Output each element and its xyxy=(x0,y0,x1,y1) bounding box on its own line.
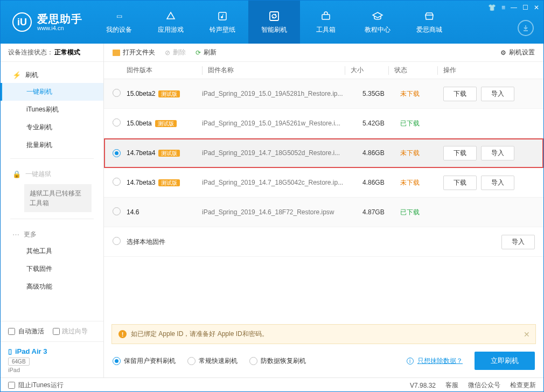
open-folder-label: 打开文件夹 xyxy=(123,48,155,57)
sidebar-item-download-firmware[interactable]: 下载固件 xyxy=(1,260,103,278)
content-area: 打开文件夹 ⊘ 删除 ⟳ 刷新 ⚙ 刷机设置 固件版本 固件名称 大小 xyxy=(104,44,543,377)
firmware-version: 15.0beta xyxy=(127,120,152,127)
row-radio[interactable] xyxy=(113,207,121,215)
block-itunes-checkbox[interactable]: 阻止iTunes运行 xyxy=(8,381,64,390)
nav-my-device[interactable]: ▭ 我的设备 xyxy=(93,1,145,44)
option-anti-recovery[interactable]: 防数据恢复刷机 xyxy=(249,356,306,366)
local-firmware-row: 选择本地固件 导入 xyxy=(104,227,543,257)
sidebar-item-other-tools[interactable]: 其他工具 xyxy=(1,242,103,260)
nav-toolbox[interactable]: 工具箱 xyxy=(300,1,352,44)
firmware-row[interactable]: 14.7beta3测试版iPad_Spring_2019_14.7_18G504… xyxy=(104,168,543,198)
open-folder-button[interactable]: 打开文件夹 xyxy=(113,48,155,57)
firmware-status: 未下载 xyxy=(400,149,443,158)
shirt-icon[interactable]: 👕 xyxy=(488,4,496,11)
nav-label: 工具箱 xyxy=(316,25,336,34)
logo-icon: iU xyxy=(12,12,32,32)
row-radio[interactable] xyxy=(113,178,121,186)
download-button[interactable]: 下载 xyxy=(443,176,477,190)
wechat-link[interactable]: 微信公众号 xyxy=(468,381,500,390)
customer-service-link[interactable]: 客服 xyxy=(445,381,458,390)
row-radio[interactable] xyxy=(113,118,121,127)
skip-guide-checkbox[interactable] xyxy=(53,328,60,335)
option-label: 常规快速刷机 xyxy=(199,356,238,366)
import-button[interactable]: 导入 xyxy=(501,235,535,249)
flash-now-button[interactable]: 立即刷机 xyxy=(475,352,535,370)
auto-activate-checkbox[interactable] xyxy=(8,328,15,335)
check-update-link[interactable]: 检查更新 xyxy=(510,381,536,390)
firmware-filename: iPad_Spring_2019_14.6_18F72_Restore.ipsw xyxy=(202,208,362,216)
refresh-button[interactable]: ⟳ 刷新 xyxy=(196,48,217,57)
beta-badge: 测试版 xyxy=(158,179,180,186)
nav-tutorials[interactable]: 教程中心 xyxy=(352,1,403,44)
refresh-label: 刷新 xyxy=(204,48,217,57)
firmware-filename: iPad_Spring_2019_14.7_18G5042c_Restore.i… xyxy=(202,179,362,186)
option-label: 防数据恢复刷机 xyxy=(261,356,306,366)
info-icon: i xyxy=(407,358,414,365)
apple-id-notice: ! 如已绑定 Apple ID，请准备好 Apple ID和密码。 ✕ xyxy=(111,324,536,344)
flash-settings-button[interactable]: ⚙ 刷机设置 xyxy=(500,48,535,57)
nav-apps[interactable]: 应用游戏 xyxy=(145,1,197,44)
gear-icon: ⚙ xyxy=(500,49,506,57)
link-label: 只想抹除数据？ xyxy=(417,357,463,365)
device-name: iPad Air 3 xyxy=(15,347,47,355)
music-icon xyxy=(217,10,228,22)
nav-label: 应用游戏 xyxy=(158,25,184,34)
option-keep-data[interactable]: 保留用户资料刷机 xyxy=(113,356,176,366)
download-button[interactable]: 下载 xyxy=(443,87,477,101)
firmware-version: 14.7beta4 xyxy=(127,149,155,157)
nav-store[interactable]: 爱思商城 xyxy=(403,1,455,44)
more-icon: ⋯ xyxy=(12,230,19,239)
row-radio[interactable] xyxy=(113,237,121,245)
download-button[interactable]: 下载 xyxy=(443,146,477,160)
sidebar-section-flash[interactable]: ⚡ 刷机 xyxy=(1,67,103,83)
sidebar-item-itunes-flash[interactable]: iTunes刷机 xyxy=(1,101,103,118)
import-button[interactable]: 导入 xyxy=(481,87,514,101)
firmware-version: 14.6 xyxy=(127,208,139,216)
firmware-row[interactable]: 14.7beta4测试版iPad_Spring_2019_14.7_18G505… xyxy=(104,138,543,168)
firmware-row[interactable]: 15.0beta2测试版iPad_Spring_2019_15.0_19A528… xyxy=(104,79,543,109)
beta-badge: 测试版 xyxy=(158,150,180,157)
section-label: 一键越狱 xyxy=(25,170,51,179)
svg-rect-2 xyxy=(322,15,330,19)
delete-button[interactable]: ⊘ 删除 xyxy=(165,48,186,57)
firmware-row[interactable]: 15.0beta测试版iPad_Spring_2019_15.0_19A5261… xyxy=(104,109,543,138)
apps-icon xyxy=(165,10,177,22)
connected-device[interactable]: ▯ iPad Air 3 64GB iPad xyxy=(1,341,103,377)
row-radio[interactable] xyxy=(113,89,121,97)
settings-label: 刷机设置 xyxy=(509,48,535,57)
sidebar-item-pro-flash[interactable]: 专业刷机 xyxy=(1,118,103,136)
content-toolbar: 打开文件夹 ⊘ 删除 ⟳ 刷新 ⚙ 刷机设置 xyxy=(104,44,543,62)
flash-icon: ⚡ xyxy=(12,71,21,79)
notice-close-icon[interactable]: ✕ xyxy=(524,330,530,339)
brand-title: 爱思助手 xyxy=(37,13,82,25)
window-controls: 👕 ≡ — ☐ ✕ xyxy=(488,4,539,11)
sidebar-section-more[interactable]: ⋯ 更多 xyxy=(1,227,103,242)
sidebar-item-one-click-flash[interactable]: 一键刷机 xyxy=(1,83,103,101)
erase-data-link[interactable]: i 只想抹除数据？ xyxy=(407,356,463,366)
sidebar-item-advanced[interactable]: 高级功能 xyxy=(1,278,103,296)
option-label: 保留用户资料刷机 xyxy=(124,356,176,366)
sidebar-item-batch-flash[interactable]: 批量刷机 xyxy=(1,136,103,154)
download-indicator-icon[interactable] xyxy=(518,20,534,36)
import-button[interactable]: 导入 xyxy=(481,146,514,160)
row-radio[interactable] xyxy=(113,149,121,157)
beta-badge: 测试版 xyxy=(158,90,180,97)
close-icon[interactable]: ✕ xyxy=(534,4,539,11)
minimize-icon[interactable]: — xyxy=(511,4,517,11)
section-label: 更多 xyxy=(24,230,37,239)
store-icon xyxy=(423,10,435,22)
firmware-filename: iPad_Spring_2019_15.0_19A5261w_Restore.i… xyxy=(202,120,362,127)
maximize-icon[interactable]: ☐ xyxy=(522,4,528,11)
nav-flash[interactable]: 智能刷机 xyxy=(248,1,300,44)
radio-icon xyxy=(113,357,121,365)
notice-text: 如已绑定 Apple ID，请准备好 Apple ID和密码。 xyxy=(131,330,268,339)
nav-ringtones[interactable]: 铃声壁纸 xyxy=(197,1,248,44)
graduation-icon xyxy=(372,10,383,22)
col-name: 固件名称 xyxy=(208,66,345,75)
top-nav: ▭ 我的设备 应用游戏 铃声壁纸 智能刷机 工具箱 教程中心 爱思商城 xyxy=(93,1,455,44)
firmware-status: 已下载 xyxy=(400,119,443,128)
firmware-row[interactable]: 14.6iPad_Spring_2019_14.6_18F72_Restore.… xyxy=(104,198,543,227)
import-button[interactable]: 导入 xyxy=(481,176,514,190)
option-normal-flash[interactable]: 常规快速刷机 xyxy=(187,356,238,366)
menu-icon[interactable]: ≡ xyxy=(501,4,505,11)
